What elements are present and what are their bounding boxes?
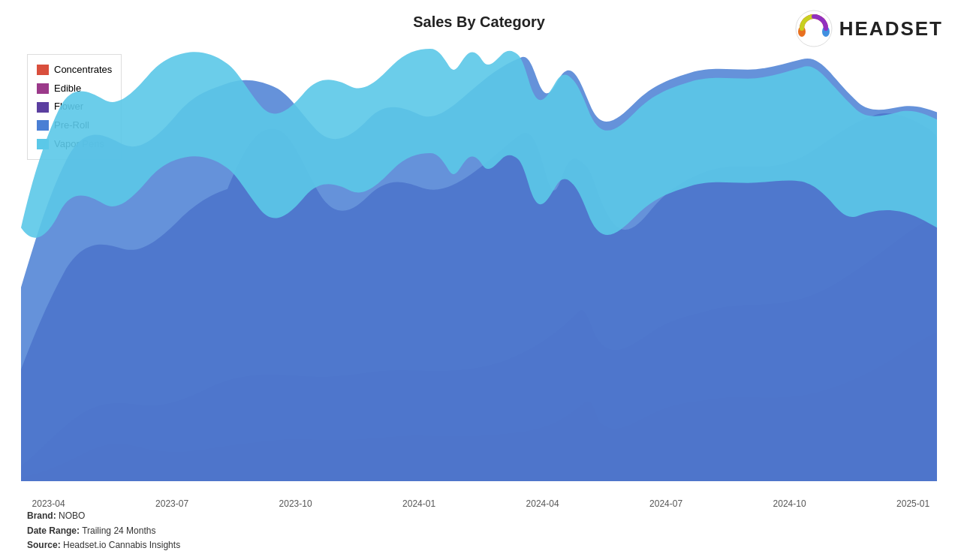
x-label-4: 2024-04 [526,498,559,509]
x-label-2: 2023-10 [279,498,312,509]
footer-date-range-label: Date Range: [27,525,80,536]
headset-logo-text: HEADSET [839,17,943,41]
footer-info: Brand: NOBO Date Range: Trailing 24 Mont… [27,509,180,552]
x-label-5: 2024-07 [649,498,682,509]
chart-container: HEADSET Sales By Category Concentrates E… [0,0,958,560]
footer-source-value: Headset.io Cannabis Insights [63,540,180,550]
footer-date-range: Date Range: Trailing 24 Months [27,524,180,538]
chart-svg [21,49,937,481]
x-label-7: 2025-01 [896,498,929,509]
x-label-3: 2024-01 [402,498,435,509]
chart-area [21,49,937,481]
footer-brand-label: Brand: [27,510,56,521]
headset-logo: HEADSET [794,9,943,48]
footer-source-label: Source: [27,540,61,550]
x-axis-labels: 2023-04 2023-07 2023-10 2024-01 2024-04 … [21,498,937,509]
footer-source: Source: Headset.io Cannabis Insights [27,538,180,552]
headset-logo-icon [794,9,833,48]
footer-brand: Brand: NOBO [27,509,180,523]
footer-brand-value: NOBO [59,510,85,521]
footer-date-range-value: Trailing 24 Months [82,525,155,536]
x-label-1: 2023-07 [155,498,188,509]
x-label-6: 2024-10 [773,498,806,509]
x-label-0: 2023-04 [32,498,65,509]
